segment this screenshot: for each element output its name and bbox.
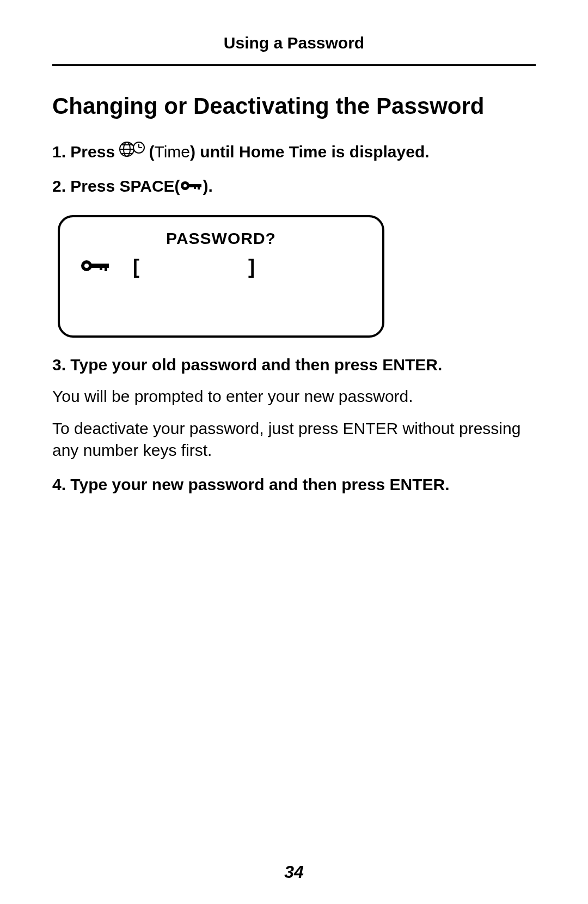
- left-bracket: [: [133, 255, 139, 278]
- step-1-suffix: ) until Home Time is displayed.: [190, 143, 430, 161]
- step-1-time-label: Time: [154, 143, 190, 161]
- step-1-open-paren: (: [149, 143, 154, 161]
- svg-rect-12: [194, 184, 196, 189]
- key-icon: [81, 258, 111, 276]
- step-4-main: 4. Type your new password and then press…: [52, 474, 536, 496]
- device-screen: PASSWORD? []: [58, 215, 384, 338]
- step-2: 2. Press SPACE().: [52, 175, 536, 198]
- step-2-prefix: 2. Press SPACE(: [52, 177, 180, 195]
- screen-prompt-title: PASSWORD?: [76, 229, 366, 248]
- step-3: 3. Type your old password and then press…: [52, 354, 536, 462]
- step-1: 1. Press (Time) until Home Time is displ…: [52, 141, 536, 164]
- key-icon: [180, 175, 203, 198]
- step-4: 4. Type your new password and then press…: [52, 474, 536, 496]
- manual-page: Using a Password Changing or Deactivatin…: [0, 0, 588, 496]
- password-field-brackets: []: [133, 255, 255, 278]
- step-3-main: 3. Type your old password and then press…: [52, 354, 536, 376]
- step-2-suffix: ).: [203, 177, 213, 195]
- svg-rect-17: [100, 264, 102, 270]
- page-number: 34: [0, 862, 588, 882]
- globe-clock-icon: [119, 141, 149, 164]
- section-title: Changing or Deactivating the Password: [52, 93, 536, 119]
- running-header: Using a Password: [52, 34, 536, 66]
- svg-rect-16: [105, 264, 107, 271]
- svg-point-9: [183, 184, 187, 187]
- right-bracket: ]: [248, 255, 255, 278]
- svg-rect-11: [198, 184, 200, 190]
- svg-point-14: [84, 264, 89, 268]
- step-1-prefix: 1. Press: [52, 143, 119, 161]
- step-3-para-2: To deactivate your password, just press …: [52, 418, 536, 462]
- step-3-para-1: You will be prompted to enter your new p…: [52, 386, 536, 408]
